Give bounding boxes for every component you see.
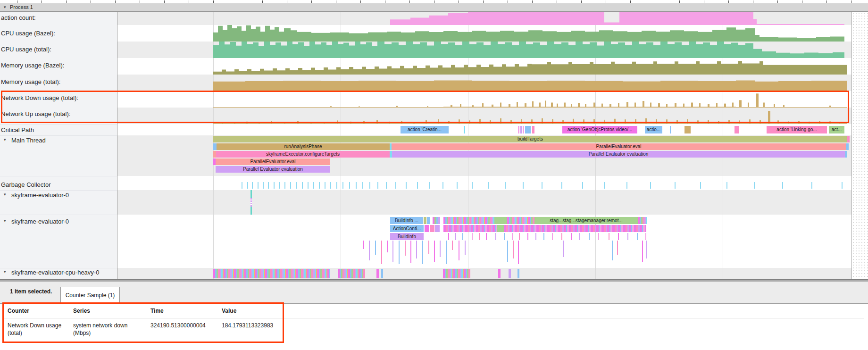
thin-slice[interactable] — [519, 233, 520, 240]
cell-value[interactable]: 184.1793113323983 — [222, 322, 292, 329]
call-stack-line[interactable] — [387, 241, 388, 252]
thin-slice[interactable] — [472, 233, 473, 240]
slice-stag-stag-stagemanager-remot[interactable]: stag...stag...stagemanager.remot... — [534, 217, 638, 224]
gc-tick[interactable] — [247, 182, 248, 189]
slice-action-genobjcprotos-video[interactable]: action 'GenObjcProtos video/... — [562, 126, 637, 133]
thin-slice[interactable] — [512, 233, 513, 240]
gc-tick[interactable] — [325, 182, 326, 189]
slice[interactable] — [213, 143, 217, 150]
gc-tick[interactable] — [457, 182, 458, 189]
dense-slice-band[interactable] — [443, 225, 497, 232]
thin-slice[interactable] — [609, 233, 609, 240]
thin-slice[interactable] — [552, 233, 553, 240]
gc-tick[interactable] — [842, 182, 843, 189]
dense-slice-band[interactable] — [443, 217, 494, 224]
gc-tick[interactable] — [302, 182, 303, 189]
timeline-canvas[interactable]: action 'Creatin...action 'GenObjcProtos … — [117, 12, 851, 279]
slice-parallelevaluator-eval[interactable]: ParallelEvaluator.eval — [392, 143, 846, 150]
thin-slice[interactable] — [637, 233, 638, 240]
call-stack-line[interactable] — [612, 241, 613, 260]
gc-tick[interactable] — [472, 182, 473, 189]
cell-counter[interactable]: Network Down usage (total) — [8, 322, 71, 337]
slice-group[interactable] — [494, 217, 507, 224]
thin-slice[interactable] — [598, 233, 599, 240]
slice-runanalysisphase[interactable]: runAnalysisPhase — [217, 143, 390, 150]
gc-tick[interactable] — [604, 182, 605, 189]
slice-buildinfo[interactable]: BuildInfo — [390, 233, 424, 240]
counter-track-memory-usage-bazel-[interactable] — [117, 58, 851, 75]
call-stack-line[interactable] — [422, 241, 423, 264]
gc-tick[interactable] — [561, 182, 562, 189]
slice[interactable] — [523, 126, 524, 133]
gc-tick[interactable] — [336, 182, 337, 189]
gc-tick[interactable] — [330, 182, 331, 189]
dense-slice-band[interactable] — [338, 269, 365, 278]
call-stack-line[interactable] — [416, 241, 417, 258]
call-stack-line[interactable] — [446, 241, 447, 264]
gc-tick[interactable] — [252, 182, 253, 189]
thin-slice[interactable] — [589, 233, 590, 240]
gc-tick[interactable] — [650, 182, 651, 189]
call-stack-line[interactable] — [399, 241, 400, 264]
counter-track-cpu-usage-bazel-[interactable] — [117, 25, 851, 42]
collapse-arrow-icon[interactable]: ▾ — [4, 192, 6, 197]
collapse-arrow-icon[interactable]: ▾ — [4, 218, 6, 223]
gc-tick[interactable] — [386, 182, 387, 189]
slice[interactable] — [427, 217, 430, 224]
slice-action-linking-go[interactable]: action 'Linking go... — [767, 126, 827, 133]
thin-slice[interactable] — [376, 269, 379, 278]
call-stack-line[interactable] — [381, 241, 382, 264]
counter-track-network-down-usage-total-[interactable] — [117, 91, 851, 108]
gc-tick[interactable] — [505, 182, 506, 189]
gc-tick[interactable] — [626, 182, 627, 189]
call-stack-line[interactable] — [642, 241, 643, 262]
gc-tick[interactable] — [342, 182, 343, 189]
thin-slice[interactable] — [561, 233, 562, 240]
collapse-arrow-icon[interactable]: ▾ — [4, 269, 6, 274]
dense-slice-band[interactable] — [507, 217, 534, 224]
cell-time[interactable]: 324190.51300000004 — [150, 322, 221, 329]
gc-tick[interactable] — [349, 182, 350, 189]
evaluator-marker-violet[interactable] — [250, 198, 252, 207]
collapse-arrow-icon[interactable]: ▾ — [4, 137, 6, 142]
call-stack-line[interactable] — [507, 241, 508, 262]
thin-slice[interactable] — [579, 233, 580, 240]
gc-tick[interactable] — [700, 182, 701, 189]
thin-slice[interactable] — [645, 233, 646, 240]
call-stack-line[interactable] — [410, 241, 411, 263]
call-stack-line[interactable] — [375, 241, 376, 255]
thin-slice[interactable] — [462, 233, 463, 240]
gc-tick[interactable] — [542, 182, 542, 189]
gc-tick[interactable] — [279, 182, 280, 189]
call-stack-line[interactable] — [465, 241, 466, 255]
gc-tick[interactable] — [313, 182, 314, 189]
call-stack-line[interactable] — [392, 241, 393, 262]
call-stack-line[interactable] — [459, 241, 459, 260]
tab-counter-sample[interactable]: Counter Sample (1) — [60, 287, 120, 304]
slice-group[interactable] — [497, 225, 504, 232]
slice-parallel-evaluator-evaluation[interactable]: Parallel Evaluator evaluation — [216, 166, 330, 173]
counter-track-network-up-usage-total-[interactable] — [117, 108, 851, 124]
call-stack-line[interactable] — [513, 241, 514, 258]
call-stack-line[interactable] — [617, 241, 618, 255]
thin-slice[interactable] — [509, 269, 511, 278]
gc-tick[interactable] — [811, 182, 812, 189]
call-stack-line[interactable] — [646, 241, 647, 258]
thin-slice[interactable] — [527, 233, 528, 240]
thin-slice[interactable] — [448, 233, 449, 240]
gc-tick[interactable] — [582, 182, 583, 189]
thin-slice[interactable] — [627, 233, 628, 240]
gc-tick[interactable] — [488, 182, 489, 189]
call-stack-line[interactable] — [452, 241, 453, 250]
counter-track-memory-usage-total-[interactable] — [117, 75, 851, 91]
slice[interactable] — [438, 217, 440, 224]
dense-slice-band[interactable] — [638, 217, 647, 224]
gc-tick[interactable] — [523, 182, 524, 189]
call-stack-line[interactable] — [363, 241, 364, 249]
gc-tick[interactable] — [296, 182, 297, 189]
slice[interactable] — [532, 126, 534, 133]
gc-tick[interactable] — [362, 182, 363, 189]
slice[interactable] — [847, 136, 850, 142]
gc-tick[interactable] — [290, 182, 291, 189]
call-stack-line[interactable] — [369, 241, 370, 260]
